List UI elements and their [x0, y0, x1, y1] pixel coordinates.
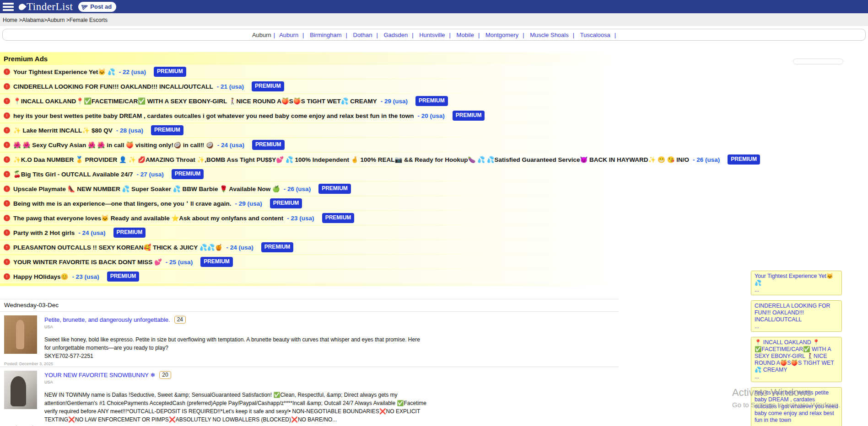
premium-ad-row[interactable]: ↑ 🍒Big Tits Girl - OUTCALL Available 24/…: [0, 167, 619, 181]
listing-row: Posted: December 3, 2025 YOUR NEW FAVORI…: [0, 367, 619, 426]
premium-ad-row[interactable]: ↑ Upscale Playmate 👠 NEW NUMBER 💦 Super …: [0, 182, 619, 196]
bump-up-icon: ↑: [4, 69, 10, 75]
premium-ad-title[interactable]: CINDERELLA LOOKING FOR FUN!!! OAKLAND!!!…: [13, 83, 213, 91]
listing-title-link[interactable]: Petite, brunette, and dangerously unforg…: [44, 316, 170, 323]
premium-ad-title[interactable]: ✨K.O Daa NUMBER 🥇 PROVIDER 👤 ✨ 💋AMAZING …: [13, 156, 689, 164]
bump-up-icon: ↑: [4, 142, 10, 148]
listing-description: NEW IN TOWNMy name is Dallas !Seductive,…: [44, 391, 426, 424]
city-separator: |: [376, 32, 377, 38]
sidebar-ad-box[interactable]: Your Tightest Experience Yet🐱 💦 ...: [751, 271, 842, 295]
city-link[interactable]: Tuscaloosa: [580, 32, 610, 38]
premium-ad-row[interactable]: ↑ Your Tightest Experience Yet🐱 💦 - 22 (…: [0, 65, 619, 79]
brand-name: TinderList: [27, 1, 73, 13]
sidebar-ad-box[interactable]: CINDERELLA LOOKING FOR FUN!!! OAKLAND!!!…: [751, 300, 842, 332]
premium-badge: PREMIUM: [252, 81, 284, 91]
premium-ad-row[interactable]: ↑ Party with 2 Hot girls - 24 (usa) PREM…: [0, 226, 619, 240]
premium-ad-age: - 21 (usa): [217, 83, 244, 91]
city-link[interactable]: Mobile: [457, 32, 474, 38]
premium-ad-age: - 20 (usa): [417, 112, 444, 120]
premium-badge: PREMIUM: [728, 154, 760, 165]
premium-ad-age: - 27 (usa): [136, 170, 163, 178]
premium-ad-title[interactable]: 🍒Big Tits Girl - OUTCALL Available 24/7: [13, 170, 133, 178]
premium-ad-row[interactable]: ↑ 📍INCALL OAKLAND📍✅FACETIME/CAR✅ WITH A …: [0, 94, 619, 108]
bump-up-icon: ↑: [4, 171, 10, 177]
hamburger-menu-icon[interactable]: [3, 2, 14, 11]
sidebar-ad-text[interactable]: CINDERELLA LOOKING FOR FUN!!! OAKLAND!!!…: [755, 303, 830, 323]
premium-ad-title[interactable]: ✨ Lake Merritt INCALL✨ $80 QV: [13, 127, 113, 134]
city-link[interactable]: Birmingham: [310, 32, 341, 38]
bump-up-icon: ↑: [4, 244, 10, 250]
premium-ad-title[interactable]: Your Tightest Experience Yet🐱 💦: [13, 68, 115, 76]
premium-badge: PREMIUM: [107, 272, 140, 282]
premium-ad-row[interactable]: ↑ 🌺 🌺 Sexy CuRvy Asian 🌺 🌺 in call 🍑 vis…: [0, 138, 619, 152]
listing-description: Sweet like honey, bold like espresso. Pe…: [44, 335, 426, 360]
listing-age-badge: 20: [159, 371, 171, 379]
sidebar-ad-box[interactable]: hey its your best wettes petite baby DRE…: [751, 387, 842, 426]
listing-row: Posted: December 3, 2025 Petite, brunett…: [0, 312, 619, 367]
premium-ad-row[interactable]: ↑ Happy HOlidays😊 - 23 (usa) PREMIUM: [0, 270, 619, 283]
listing-title-link[interactable]: YOUR NEW FAVORITE SNOWBUNNY ❄: [44, 372, 155, 378]
breadcrumb[interactable]: Home >Alabama>Auburn >Female Escorts: [3, 17, 108, 23]
premium-ad-row[interactable]: ↑ ✨ Lake Merritt INCALL✨ $80 QV - 28 (us…: [0, 123, 619, 137]
sidebar-ad-text[interactable]: hey its your best wettes petite baby DRE…: [755, 389, 838, 423]
sidebar-ad-ellipsis: ...: [755, 323, 838, 330]
premium-ad-age: - 26 (usa): [284, 185, 311, 193]
post-ad-button[interactable]: Post ad: [78, 2, 116, 12]
bump-up-icon: ↑: [4, 127, 10, 133]
premium-ad-title[interactable]: YOUR WINTER FAVORITE IS BACK DONT MISS 💕: [13, 258, 162, 266]
premium-ad-title[interactable]: hey its your best wettes petite baby DRE…: [13, 112, 414, 120]
premium-ad-age: - 29 (usa): [381, 97, 408, 105]
premium-ad-title[interactable]: 🌺 🌺 Sexy CuRvy Asian 🌺 🌺 in call 🍑 visit…: [13, 141, 214, 149]
city-links: Auburn| Birmingham| Dothan| Gadsden| Hun…: [275, 32, 616, 38]
premium-ad-row[interactable]: ↑ PLEASANTON OUTCALLS !! SEXY KOREAN🥰 TH…: [0, 240, 619, 254]
listing-photo[interactable]: [4, 371, 37, 409]
bump-up-icon: ↑: [4, 83, 10, 90]
premium-ad-row[interactable]: ↑ ✨K.O Daa NUMBER 🥇 PROVIDER 👤 ✨ 💋AMAZIN…: [0, 153, 619, 166]
premium-ad-title[interactable]: PLEASANTON OUTCALLS !! SEXY KOREAN🥰 THIC…: [13, 244, 222, 251]
sidebar-ad-box[interactable]: 📍 INCALL OAKLAND 📍 ✅FACETIME/CAR✅ WITH A…: [751, 337, 842, 382]
bump-up-icon: ↑: [4, 215, 10, 221]
sidebar-ad-text[interactable]: 📍 INCALL OAKLAND 📍 ✅FACETIME/CAR✅ WITH A…: [755, 339, 834, 373]
premium-ad-row[interactable]: ↑ The pawg that everyone loves🐱 Ready an…: [0, 211, 619, 225]
premium-ad-age: - 23 (usa): [72, 273, 99, 281]
site-logo[interactable]: TinderList: [19, 1, 73, 13]
city-link[interactable]: Muscle Shoals: [530, 32, 569, 38]
post-ad-label: Post ad: [90, 3, 112, 10]
sidebar-ad-ellipsis: ...: [755, 424, 838, 426]
sidebar-premium-column: Your Tightest Experience Yet🐱 💦 ... CIND…: [751, 271, 842, 426]
listing-photo[interactable]: [4, 315, 37, 354]
premium-ad-title[interactable]: Upscale Playmate 👠 NEW NUMBER 💦 Super So…: [13, 185, 280, 193]
bump-up-icon: ↑: [4, 273, 10, 280]
city-link[interactable]: Gadsden: [383, 32, 408, 38]
sidebar-ad-ellipsis: ...: [755, 373, 838, 380]
bump-up-icon: ↑: [4, 186, 10, 192]
premium-badge: PREMIUM: [151, 125, 183, 135]
premium-badge: PREMIUM: [200, 257, 233, 267]
premium-ad-age: - 23 (usa): [287, 214, 314, 222]
premium-ad-row[interactable]: ↑ Being with me is an experience—one tha…: [0, 197, 619, 210]
breadcrumb-bar: Home >Alabama>Auburn >Female Escorts: [0, 13, 868, 26]
premium-ad-title[interactable]: 📍INCALL OAKLAND📍✅FACETIME/CAR✅ WITH A SE…: [13, 97, 377, 105]
premium-badge: PREMIUM: [270, 198, 302, 208]
premium-ad-row[interactable]: ↑ hey its your best wettes petite baby D…: [0, 109, 619, 122]
city-separator: |: [478, 32, 480, 38]
premium-ad-row[interactable]: ↑ CINDERELLA LOOKING FOR FUN!!! OAKLAND!…: [0, 80, 619, 93]
premium-ad-age: - 24 (usa): [226, 244, 253, 251]
city-link[interactable]: Dothan: [353, 32, 372, 38]
premium-ad-title[interactable]: Happy HOlidays😊: [13, 273, 68, 281]
listing-body: YOUR NEW FAVORITE SNOWBUNNY ❄ 20 USA NEW…: [44, 371, 426, 424]
city-link[interactable]: Huntsville: [419, 32, 445, 38]
premium-badge: PREMIUM: [113, 228, 146, 238]
paper-plane-icon: [81, 3, 89, 10]
city-link[interactable]: Montgomery: [485, 32, 518, 38]
sidebar-ad-ellipsis: ...: [755, 287, 838, 293]
sidebar-ad-text[interactable]: Your Tightest Experience Yet🐱 💦: [755, 273, 833, 286]
premium-ad-row[interactable]: ↑ YOUR WINTER FAVORITE IS BACK DONT MISS…: [0, 255, 619, 269]
premium-ad-title[interactable]: Being with me is an experience—one that …: [13, 200, 231, 208]
premium-badge: PREMIUM: [322, 213, 355, 223]
premium-ad-title[interactable]: The pawg that everyone loves🐱 Ready and …: [13, 214, 283, 222]
premium-ad-title[interactable]: Party with 2 Hot girls: [13, 229, 75, 237]
premium-badge: PREMIUM: [318, 184, 351, 194]
city-separator: |: [302, 32, 304, 38]
city-link[interactable]: Auburn: [279, 32, 298, 38]
